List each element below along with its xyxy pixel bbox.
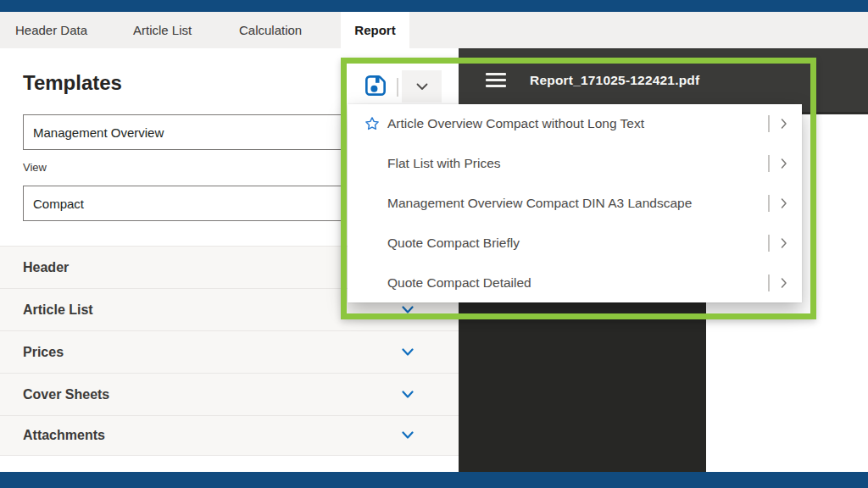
templates-title: Templates: [23, 71, 122, 95]
menu-item-quote-compact-briefly[interactable]: Quote Compact Briefly: [348, 223, 802, 263]
accordion-label: Header: [23, 260, 69, 275]
view-select-value: Compact: [33, 197, 84, 211]
menu-item-article-overview-compact[interactable]: Article Overview Compact without Long Te…: [348, 104, 802, 144]
accordion-row-cover-sheets[interactable]: Cover Sheets: [0, 374, 459, 416]
menu-item-flat-list-with-prices[interactable]: Flat List with Prices: [348, 144, 802, 184]
chevron-right-icon[interactable]: [781, 197, 787, 209]
menu-item-quote-compact-detailed[interactable]: Quote Compact Detailed: [348, 263, 802, 302]
chevron-down-icon: [402, 431, 414, 440]
accordion-label: Cover Sheets: [23, 387, 109, 402]
template-select-field[interactable]: Management Overview: [23, 114, 342, 150]
view-label: View: [23, 161, 47, 174]
tab-article-list[interactable]: Article List: [133, 12, 192, 48]
menu-item-label: Article Overview Compact without Long Te…: [387, 116, 644, 131]
template-select-value: Management Overview: [33, 125, 164, 140]
tab-bar: Header Data Article List Calculation Rep…: [0, 12, 868, 48]
menu-item-divider: [768, 235, 770, 252]
chevron-right-icon[interactable]: [781, 158, 787, 169]
view-select-field[interactable]: Compact: [23, 186, 342, 221]
pdf-file-title: Report_171025-122421.pdf: [530, 73, 699, 88]
accordion-row-attachments[interactable]: Attachments: [0, 416, 459, 456]
tab-header-data[interactable]: Header Data: [15, 12, 87, 48]
save-button[interactable]: [362, 72, 389, 99]
tab-calculation[interactable]: Calculation: [239, 12, 302, 48]
menu-item-label: Quote Compact Detailed: [387, 275, 531, 291]
chevron-down-icon: [402, 306, 414, 314]
chevron-down-icon: [402, 391, 414, 399]
split-button-divider: [397, 78, 398, 97]
favorite-star-icon[interactable]: [364, 116, 380, 131]
template-dropdown-menu: Article Overview Compact without Long Te…: [348, 104, 802, 302]
top-brand-bar: [0, 0, 868, 12]
hamburger-menu-icon[interactable]: [486, 73, 506, 87]
menu-item-divider: [768, 155, 770, 172]
menu-item-label: Quote Compact Briefly: [387, 236, 520, 251]
chevron-right-icon[interactable]: [781, 277, 787, 289]
menu-item-divider: [768, 274, 770, 291]
menu-item-label: Flat List with Prices: [387, 156, 501, 171]
accordion-row-prices[interactable]: Prices: [0, 331, 459, 374]
chevron-right-icon[interactable]: [781, 237, 787, 249]
chevron-down-icon: [402, 348, 414, 357]
bottom-brand-bar: [0, 472, 868, 488]
menu-item-divider: [768, 115, 770, 132]
tab-report[interactable]: Report: [341, 12, 409, 48]
chevron-down-icon: [416, 83, 428, 91]
menu-item-divider: [768, 195, 770, 212]
chevron-right-icon[interactable]: [781, 118, 787, 130]
menu-item-label: Management Overview Compact DIN A3 Lands…: [387, 196, 692, 211]
accordion-label: Prices: [23, 345, 64, 360]
accordion-label: Attachments: [23, 428, 105, 443]
save-options-dropdown-button[interactable]: [402, 70, 442, 103]
accordion-label: Article List: [23, 302, 93, 318]
app-window: Header Data Article List Calculation Rep…: [0, 0, 868, 488]
floppy-disk-icon: [376, 76, 380, 82]
menu-item-management-overview-din-a3[interactable]: Management Overview Compact DIN A3 Lands…: [348, 184, 802, 224]
